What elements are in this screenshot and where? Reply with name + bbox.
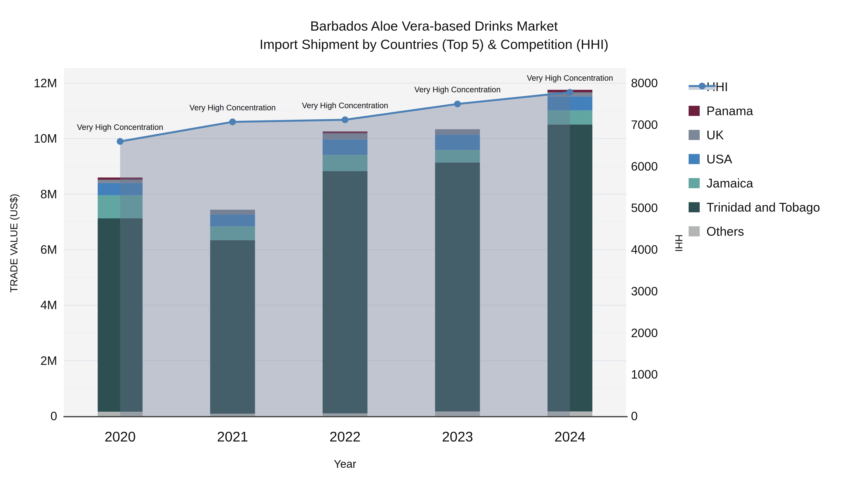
hhi-area-fill — [120, 92, 570, 416]
hhi-marker-2022 — [342, 117, 348, 123]
legend-item-uk[interactable]: UK — [689, 128, 820, 142]
x-tick-2021: 2021 — [217, 429, 248, 444]
legend-swatch-others — [689, 226, 700, 236]
legend-label: USA — [707, 152, 732, 166]
x-axis-title: Year — [285, 457, 405, 470]
legend-swatch-uk — [689, 130, 700, 140]
legend-swatch-usa — [689, 154, 700, 164]
y-right-tick-2000: 2000 — [631, 326, 658, 340]
legend-item-trinidad-and-tobago[interactable]: Trinidad and Tobago — [689, 200, 820, 215]
x-tick-2024: 2024 — [554, 429, 585, 444]
annotation-label-2024: Very High Concentration — [527, 73, 613, 83]
legend-hhi-line-icon — [689, 82, 716, 92]
legend-label: Jamaica — [707, 176, 753, 190]
x-tick-2020: 2020 — [105, 429, 136, 444]
y-right-tick-5000: 5000 — [631, 201, 658, 215]
legend-item-others[interactable]: Others — [689, 224, 820, 238]
y-right-tick-8000: 8000 — [631, 76, 658, 90]
y-left-tick-4M: 4M — [40, 298, 57, 312]
y-left-tick-6M: 6M — [40, 243, 57, 256]
y-right-tick-1000: 1000 — [631, 368, 658, 381]
hhi-marker-2023 — [454, 100, 461, 107]
legend: HHIPanamaUKUSAJamaicaTrinidad and Tobago… — [689, 79, 820, 238]
y-left-tick-0: 0 — [51, 410, 57, 423]
legend-item-hhi[interactable]: HHI — [689, 79, 820, 94]
legend-label: Panama — [707, 104, 753, 118]
legend-label: UK — [707, 128, 724, 142]
chart-title: Barbados Aloe Vera-based Drinks Market I… — [0, 17, 868, 53]
legend-label: Others — [707, 224, 744, 238]
y-right-tick-7000: 7000 — [631, 118, 658, 132]
y-left-tick-8M: 8M — [40, 188, 57, 201]
legend-label: Trinidad and Tobago — [707, 200, 820, 215]
y-axis-title-left: TRADE VALUE (US$) — [8, 193, 20, 294]
y-left-tick-2M: 2M — [40, 354, 57, 367]
y-left-tick-10M: 10M — [34, 132, 57, 145]
chart-title-line1: Barbados Aloe Vera-based Drinks Market — [0, 17, 868, 35]
legend-item-panama[interactable]: Panama — [689, 104, 820, 118]
chart-canvas: Very High ConcentrationVery High Concent… — [0, 0, 868, 488]
y-right-tick-0: 0 — [631, 410, 638, 423]
annotation-label-2022: Very High Concentration — [302, 101, 388, 110]
annotation-label-2021: Very High Concentration — [189, 103, 276, 112]
y-right-tick-6000: 6000 — [631, 160, 658, 173]
hhi-marker-2020 — [117, 138, 123, 145]
legend-swatch-jamaica — [689, 178, 700, 188]
x-tick-2022: 2022 — [329, 429, 361, 444]
chart-title-line2: Import Shipment by Countries (Top 5) & C… — [0, 35, 868, 54]
y-left-tick-12M: 12M — [34, 76, 57, 90]
y-right-tick-3000: 3000 — [631, 285, 658, 298]
legend-swatch-panama — [689, 106, 700, 116]
annotation-label-2023: Very High Concentration — [414, 85, 501, 94]
hhi-marker-2024 — [567, 89, 574, 96]
y-right-tick-4000: 4000 — [631, 243, 658, 256]
legend-item-usa[interactable]: USA — [689, 152, 820, 166]
x-tick-2023: 2023 — [442, 429, 473, 444]
legend-item-jamaica[interactable]: Jamaica — [689, 176, 820, 190]
hhi-marker-2021 — [229, 119, 236, 125]
chart-figure: Very High ConcentrationVery High Concent… — [0, 0, 868, 488]
legend-swatch-trinidad-and-tobago — [689, 202, 700, 212]
y-axis-title-right: HHI — [673, 193, 684, 294]
annotation-label-2020: Very High Concentration — [77, 123, 163, 132]
